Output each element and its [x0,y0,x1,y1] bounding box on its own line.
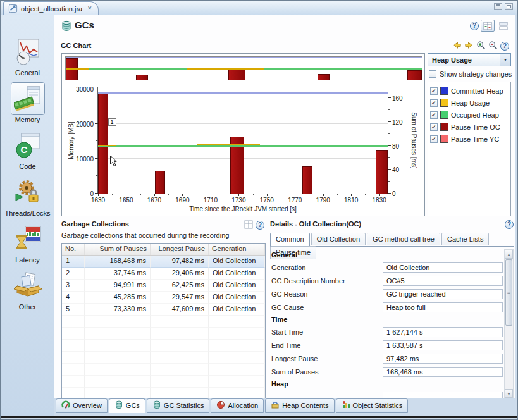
field-value[interactable]: 97,482 ms [383,354,503,364]
table-header[interactable]: No.Sum of PausesLongest PauseGeneration [62,244,265,256]
jra-file-icon [8,4,18,13]
scroll-up-icon[interactable]: ▲ [505,250,513,259]
maximize-view-icon[interactable] [505,3,513,10]
details-tabs: CommonOld CollectionGC method call treeC… [270,233,514,247]
details-tab-old-collection[interactable]: Old Collection [311,233,366,245]
event-annotation[interactable]: 1 [108,118,116,126]
legend-swatch [440,99,448,107]
content-panel: GCs ? GC Chart ? 01000020000300000408012… [54,15,515,398]
close-icon[interactable]: ✕ [85,4,94,13]
bottom-tab-label: Object Statistics [353,402,403,409]
table-icon[interactable] [244,220,253,230]
scrollbar-thumb[interactable] [505,259,512,326]
table-cell: 2 [62,268,85,280]
field-value[interactable]: GC trigger reached [383,289,503,299]
pause-bar[interactable] [302,166,312,194]
page-header: GCs ? [54,15,515,38]
field-label: GC Description Number [271,277,383,285]
strategy-checkbox[interactable] [429,70,436,78]
pause-bar[interactable] [98,93,108,194]
legend-checkbox[interactable]: ✓ [430,123,438,131]
bottom-tab-heap-contents[interactable]: Heap Contents [265,398,334,413]
sidebar-item-threads-locks[interactable]: Threads/Locks [3,176,52,217]
x-tick-label: 1770 [288,197,302,204]
pause-bar[interactable] [376,150,388,194]
field-value[interactable]: Old Collection [383,262,503,273]
column-header[interactable]: Longest Pause [151,244,209,255]
details-tab-gc-method-call-tree[interactable]: GC method call tree [367,233,440,245]
chart-help-icon[interactable]: ? [500,42,509,51]
table-row[interactable]: 1168,468 ms97,482 msOld Collection [62,256,265,268]
table-cell: Old Collection [209,280,265,292]
bottom-tab-allocation[interactable]: Allocation [211,398,264,413]
field-value[interactable]: OC#5 [383,276,503,286]
legend-item-occupied-heap[interactable]: ✓Occupied Heap [430,109,509,121]
pause-bar[interactable] [136,75,148,80]
field-value[interactable] [383,392,503,399]
x-tick-label: 1730 [231,197,245,204]
field-value[interactable]: 1 627,144 s [383,327,503,337]
field-value[interactable]: 168,468 ms [383,367,503,377]
sidebar-item-latency[interactable]: Latency [3,223,52,264]
help-icon[interactable]: ? [470,22,479,30]
bottom-tab-gc-statistics[interactable]: GC Statistics [147,398,210,413]
sidebar-item-general[interactable]: General [3,35,52,77]
pause-bar[interactable] [318,74,330,80]
bottom-tab-gcs[interactable]: GCs [109,398,145,413]
pause-bar[interactable] [155,171,165,194]
chart-overview-strip[interactable] [65,56,422,80]
table-cell: 94,991 ms [85,280,151,292]
right-tick-label: 120 [392,118,403,125]
bottom-tab-object-statistics[interactable]: Object Statistics [336,398,409,413]
table-row[interactable]: 573,330 ms47,609 msOld Collection [62,304,265,316]
legend-checkbox[interactable]: ✓ [430,135,438,143]
details-help-icon[interactable]: ? [505,220,514,229]
legend-checkbox[interactable]: ✓ [430,111,438,119]
zoom-in-icon[interactable] [476,40,486,51]
back-arrow-icon[interactable] [452,40,462,51]
scroll-down-icon[interactable]: ▼ [505,389,513,398]
zoom-out-icon[interactable] [488,40,498,51]
legend-item-committed-heap[interactable]: ✓Committed Heap [430,85,509,97]
legend-swatch [440,123,448,131]
table-cell: 168,468 ms [85,256,151,268]
minimize-view-icon[interactable] [494,3,502,10]
table-row[interactable]: 394,991 ms62,425 msOld Collection [62,280,265,292]
strategy-checkbox-row[interactable]: Show strategy changes [429,70,512,78]
table-cell: Old Collection [209,256,265,268]
table-row[interactable]: 237,746 ms29,406 msOld Collection [62,268,265,280]
legend-item-pause-time-oc[interactable]: ✓Pause Time OC [430,121,509,133]
pause-bar[interactable] [407,70,422,80]
form-view-button[interactable] [496,20,510,32]
gc-icon [114,400,123,411]
form-section-title: Time [271,314,503,325]
garbage-collections-table[interactable]: No.Sum of PausesLongest PauseGeneration1… [61,243,266,398]
sidebar-item-code[interactable]: CCode [3,129,52,170]
legend-item-pause-time-yc[interactable]: ✓Pause Time YC [430,133,509,145]
code-icon: C [11,129,45,162]
legend-checkbox[interactable]: ✓ [430,87,438,95]
details-tab-cache-lists[interactable]: Cache Lists [441,233,489,245]
table-view-button[interactable] [481,20,495,32]
column-header[interactable]: Sum of Pauses [85,244,151,255]
sidebar-item-other[interactable]: Other [3,269,52,311]
legend-checkbox[interactable]: ✓ [430,99,438,107]
editor-tab[interactable]: object_allocation.jra ✕ [3,1,99,15]
column-header[interactable]: No. [62,244,85,255]
committed-heap-line [98,92,388,94]
form-field-row: Longest Pause97,482 ms [271,352,503,365]
field-value[interactable]: Heap too full [383,302,503,312]
field-value[interactable]: 1 633,587 s [383,340,503,350]
sidebar-item-memory[interactable]: Memory [3,82,52,123]
table-row[interactable]: 445,285 ms29,547 msOld Collection [62,292,265,304]
gc-table-help-icon[interactable]: ? [256,221,264,230]
series-selector-dropdown[interactable]: Heap Usage ▼ [428,53,511,66]
forward-arrow-icon[interactable] [464,40,474,51]
column-header[interactable]: Generation [209,244,265,255]
details-scrollbar[interactable]: ▲ ▼ [504,249,514,398]
legend-item-heap-usage[interactable]: ✓Heap Usage [430,97,509,109]
chart-plot-area[interactable]: 0100002000030000040801201601630165016701… [97,87,388,194]
details-tab-common[interactable]: Common [270,233,310,246]
bottom-tab-overview[interactable]: Overview [56,398,108,413]
left-tick-label: 30000 [76,85,94,92]
